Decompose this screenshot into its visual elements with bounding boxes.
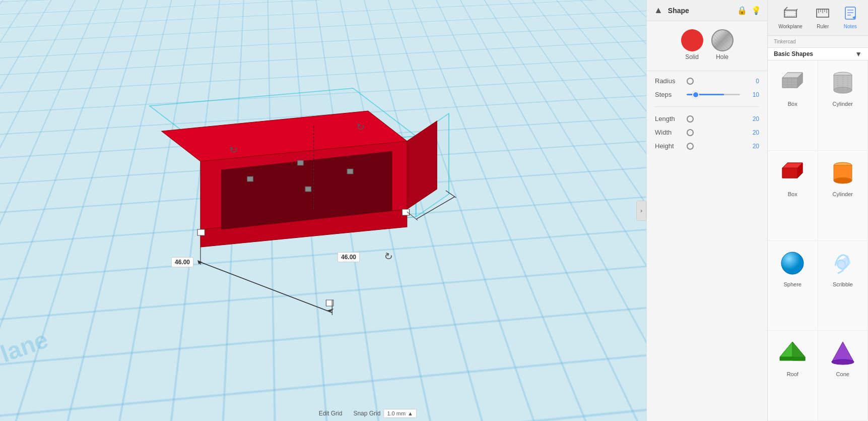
edit-grid-button[interactable]: Edit Grid <box>316 409 346 418</box>
height-row: Height 20 <box>655 142 759 150</box>
svg-line-28 <box>784 7 787 10</box>
scribble-thumb <box>827 247 859 279</box>
snap-grid-label: Snap Grid <box>353 410 380 417</box>
length-row: Length 20 <box>655 115 759 123</box>
cylinder-gray-thumb <box>827 67 859 99</box>
solid-icon <box>681 29 703 51</box>
svg-point-63 <box>834 177 852 184</box>
cylinder-gray-name: Cylinder <box>833 101 853 107</box>
svg-point-64 <box>781 252 804 274</box>
shape-item-sphere[interactable]: Sphere <box>768 241 818 331</box>
height-label: Height <box>655 142 683 150</box>
basic-shapes-label: Basic Shapes <box>774 50 855 57</box>
cylinder-orange-name: Cylinder <box>833 191 853 197</box>
steps-slider-container <box>687 94 740 95</box>
viewport[interactable]: lane <box>0 0 646 421</box>
notes-tool[interactable]: Notes <box>839 4 861 31</box>
steps-value: 10 <box>744 91 759 98</box>
lock-icon[interactable]: 🔒 <box>737 6 747 15</box>
snap-grid-control: Snap Grid 1.0 mm ▲ <box>353 409 417 418</box>
tinkercad-label: Tinkercad <box>774 39 796 44</box>
shape-panel-header: ▲ Shape 🔒 💡 <box>647 0 767 21</box>
cone-thumb <box>827 337 859 369</box>
width-radio[interactable] <box>687 129 694 136</box>
svg-marker-67 <box>780 357 805 360</box>
sphere-name: Sphere <box>784 281 802 287</box>
panel-collapse-button[interactable]: › <box>636 201 646 221</box>
svg-line-29 <box>796 7 797 10</box>
solid-label: Solid <box>685 53 699 61</box>
workplane-tool[interactable]: Workplane <box>774 4 807 31</box>
shapes-library: Workplane Ruler <box>767 0 868 421</box>
main-layout: lane <box>0 0 868 421</box>
shape-item-cylinder-orange[interactable]: Cylinder <box>818 151 869 241</box>
svg-point-69 <box>832 359 854 365</box>
shapes-category: Tinkercad <box>768 36 868 48</box>
ruler-tool[interactable]: Ruler <box>812 4 834 31</box>
sphere-thumb <box>776 247 809 279</box>
divider-1 <box>647 71 767 71</box>
steps-label: Steps <box>655 91 683 98</box>
radius-row: Radius 0 <box>655 77 759 85</box>
height-radio[interactable] <box>687 143 694 150</box>
shape-item-cone[interactable]: Cone <box>818 331 869 421</box>
box-red-thumb <box>776 157 809 189</box>
notes-label: Notes <box>844 24 857 29</box>
length-radio[interactable] <box>687 115 694 123</box>
category-dropdown-icon[interactable]: ▼ <box>855 50 862 58</box>
steps-slider[interactable] <box>687 94 740 95</box>
workplane-label: Workplane <box>778 24 803 29</box>
shape-props: Radius 0 Steps 10 Length 20 <box>647 73 767 154</box>
shape-item-box-gray[interactable]: Box <box>768 61 818 151</box>
height-value: 20 <box>744 143 759 150</box>
radius-value: 0 <box>744 78 759 85</box>
radius-label: Radius <box>655 77 683 85</box>
svg-marker-43 <box>782 78 797 88</box>
length-value: 20 <box>744 115 759 123</box>
viewport-grid <box>0 0 646 421</box>
shape-options: Solid Hole <box>647 21 767 69</box>
ruler-icon <box>816 6 830 23</box>
snap-grid-value[interactable]: 1.0 mm ▲ <box>383 409 417 418</box>
cylinder-orange-thumb <box>827 157 859 189</box>
solid-option[interactable]: Solid <box>681 29 703 61</box>
shape-item-roof[interactable]: Roof <box>768 331 818 421</box>
roof-name: Roof <box>787 371 798 377</box>
dimension-label-2: 46.00 <box>338 252 360 262</box>
bulb-icon[interactable]: 💡 <box>751 6 761 15</box>
bottom-bar: Edit Grid Snap Grid 1.0 mm ▲ <box>0 406 425 421</box>
hole-label: Hole <box>716 53 728 61</box>
svg-marker-68 <box>832 342 854 362</box>
hole-icon <box>711 29 733 51</box>
shape-panel-title: Shape <box>668 7 733 15</box>
shape-panel: ▲ Shape 🔒 💡 Solid Hole Radius 0 <box>646 0 767 421</box>
box-gray-name: Box <box>788 101 797 107</box>
hole-option[interactable]: Hole <box>711 29 733 61</box>
box-red-name: Box <box>788 191 797 197</box>
box-gray-thumb <box>776 67 809 99</box>
scribble-name: Scribble <box>833 281 853 287</box>
workplane-icon <box>783 6 797 23</box>
svg-marker-58 <box>782 168 797 178</box>
width-label: Width <box>655 129 683 136</box>
shapes-grid: Box Cylinder <box>768 61 868 421</box>
shape-item-cylinder-gray[interactable]: Cylinder <box>818 61 869 151</box>
dimension-label-1: 46.00 <box>171 257 193 267</box>
shape-item-box-red[interactable]: Box <box>768 151 818 241</box>
ruler-label: Ruler <box>817 24 829 29</box>
width-value: 20 <box>744 129 759 136</box>
svg-rect-30 <box>785 11 795 16</box>
panel-collapse-icon[interactable]: ▲ <box>653 4 664 17</box>
shape-item-scribble[interactable]: Scribble <box>818 241 869 331</box>
shapes-library-header: Workplane Ruler <box>768 0 868 36</box>
width-row: Width 20 <box>655 129 759 136</box>
length-label: Length <box>655 115 683 123</box>
divider-2 <box>655 106 759 107</box>
roof-thumb <box>776 337 809 369</box>
radius-radio[interactable] <box>687 78 694 85</box>
steps-row: Steps 10 <box>655 91 759 98</box>
notes-icon <box>843 6 857 23</box>
cone-name: Cone <box>836 371 849 377</box>
